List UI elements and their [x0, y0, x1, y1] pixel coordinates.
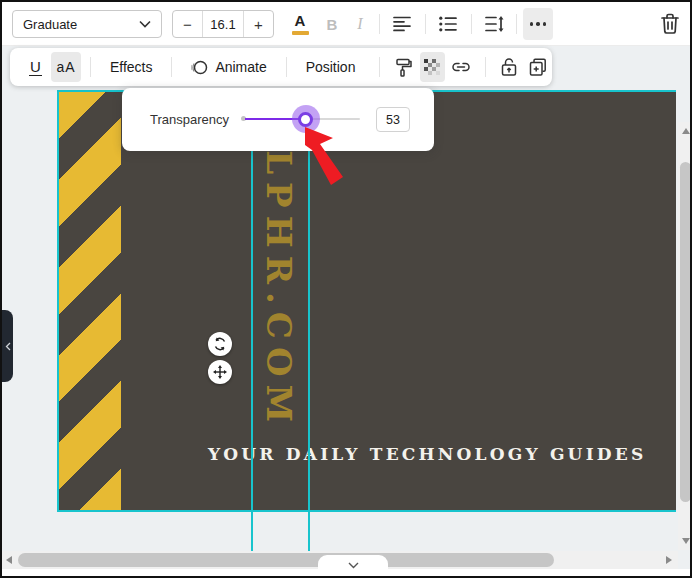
position-button[interactable]: Position [296, 52, 366, 82]
font-size-value[interactable]: 16.1 [202, 11, 244, 37]
toolbar-divider [471, 14, 472, 34]
text-align-button[interactable] [387, 8, 417, 40]
duplicate-icon [529, 58, 547, 77]
letter-case-button[interactable]: aA [51, 52, 81, 82]
chevron-down-icon [348, 562, 359, 569]
font-size-decrease-button[interactable]: − [173, 11, 202, 37]
text-color-button[interactable]: A [286, 8, 314, 40]
animate-icon [191, 59, 208, 76]
link-icon [451, 60, 471, 74]
scroll-up-arrow[interactable] [682, 128, 690, 134]
copy-style-button[interactable] [391, 52, 416, 82]
toolbar-divider [379, 14, 380, 34]
lock-button[interactable] [497, 52, 522, 82]
more-options-button[interactable] [523, 8, 553, 40]
animate-label: Animate [215, 59, 266, 75]
lock-icon [501, 58, 517, 77]
underline-button[interactable]: U [24, 52, 47, 82]
chevron-left-icon [5, 342, 11, 351]
top-toolbar: Graduate − 16.1 + A B I [2, 2, 690, 46]
toolbar-divider [90, 57, 91, 77]
chevron-down-icon [139, 20, 151, 28]
font-family-value: Graduate [23, 17, 77, 32]
transparency-value-input[interactable]: 53 [376, 107, 410, 132]
vertical-scroll-thumb[interactable] [680, 162, 691, 502]
scroll-right-arrow[interactable] [666, 556, 672, 564]
text-color-swatch [292, 31, 309, 35]
italic-button[interactable]: I [346, 8, 374, 40]
trash-icon [660, 13, 680, 35]
transparency-popover: Transparency 53 [122, 88, 434, 151]
scroll-left-arrow[interactable] [6, 556, 12, 564]
bulleted-list-icon [439, 16, 457, 32]
text-selection-border-left [251, 92, 253, 555]
toolbar-divider [485, 57, 486, 77]
scroll-down-arrow[interactable] [682, 538, 690, 544]
horizontal-scroll-thumb[interactable] [18, 553, 554, 567]
link-button[interactable] [449, 52, 474, 82]
font-size-increase-button[interactable]: + [244, 11, 273, 37]
line-spacing-button[interactable] [479, 8, 509, 40]
transparency-icon [424, 59, 441, 76]
toolbar-divider [379, 57, 380, 77]
paint-roller-icon [394, 58, 413, 77]
vertical-scrollbar[interactable] [678, 122, 692, 550]
effects-button[interactable]: Effects [100, 52, 163, 82]
move-handle[interactable] [208, 360, 232, 384]
more-icon [530, 22, 547, 26]
collapse-panel-handle[interactable] [318, 555, 388, 576]
font-size-stepper: − 16.1 + [172, 10, 274, 38]
toolbar-divider [425, 14, 426, 34]
animate-button[interactable]: Animate [181, 52, 276, 82]
line-spacing-icon [485, 16, 504, 32]
caution-stripes-graphic [59, 92, 121, 510]
rotate-icon [213, 337, 227, 351]
red-cursor-arrow [303, 125, 351, 191]
move-icon [213, 365, 227, 379]
toolbar-divider [516, 14, 517, 34]
bold-button[interactable]: B [318, 8, 346, 40]
text-options-toolbar: U aA Effects Animate Position [10, 48, 552, 86]
delete-button[interactable] [654, 8, 686, 40]
toolbar-divider [171, 57, 172, 77]
duplicate-button[interactable] [525, 52, 550, 82]
bulleted-list-button[interactable] [433, 8, 463, 40]
font-family-dropdown[interactable]: Graduate [12, 10, 162, 38]
text-color-label: A [295, 13, 306, 29]
transparency-label: Transparency [150, 112, 229, 127]
transparency-button[interactable] [420, 52, 445, 82]
tagline-text-element[interactable]: YOUR DAILY TECHNOLOGY GUIDES [208, 444, 588, 464]
align-left-icon [393, 16, 411, 32]
rotate-handle[interactable] [208, 332, 232, 356]
sidebar-collapse-tab[interactable] [2, 310, 13, 382]
toolbar-divider [286, 57, 287, 77]
